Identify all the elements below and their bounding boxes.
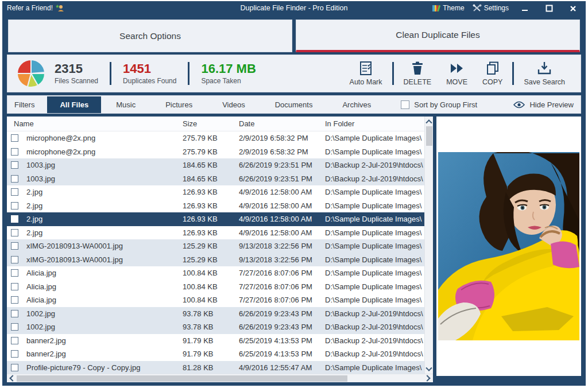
checkbox-icon[interactable]	[11, 175, 18, 183]
row-checkbox[interactable]	[7, 269, 26, 277]
row-checkbox[interactable]	[7, 202, 26, 209]
stat-files-scanned: 2315 Files Scanned	[55, 62, 98, 85]
checkbox-icon[interactable]	[11, 148, 18, 156]
table-row[interactable]: 1003.jpg 184.65 KB 6/26/2019 9:23:51 PM …	[7, 172, 424, 186]
filter-tab-music[interactable]: Music	[101, 96, 150, 113]
move-button[interactable]: MOVE	[446, 61, 467, 86]
delete-button[interactable]: DELETE	[404, 61, 432, 86]
horizontal-scroll-thumb[interactable]	[17, 375, 347, 382]
tab-search-options[interactable]: Search Options	[8, 20, 292, 52]
table-row[interactable]: 2.jpg 126.93 KB 4/9/2016 12:58:00 AM D:\…	[7, 226, 424, 240]
minimize-button[interactable]	[517, 1, 533, 15]
checkbox-icon[interactable]	[11, 242, 18, 250]
table-row[interactable]: 2.jpg 126.93 KB 4/9/2016 12:58:00 AM D:\…	[7, 199, 424, 213]
checkbox-icon[interactable]	[11, 364, 18, 371]
table-row[interactable]: banner2.jpg 91.79 KB 6/25/2019 4:13:53 P…	[7, 334, 424, 348]
scroll-right-button[interactable]	[424, 374, 433, 383]
row-checkbox[interactable]	[7, 148, 26, 156]
table-row[interactable]: Alicia.jpg 100.84 KB 7/27/2016 8:07:06 P…	[7, 293, 424, 307]
row-checkbox[interactable]	[7, 175, 26, 183]
checkbox-icon[interactable]	[11, 269, 18, 277]
eye-icon	[513, 101, 525, 108]
row-checkbox[interactable]	[7, 350, 26, 358]
scroll-up-button[interactable]	[425, 117, 434, 125]
checkbox-icon[interactable]	[11, 229, 18, 236]
row-checkbox[interactable]	[7, 242, 26, 250]
row-checkbox[interactable]	[7, 229, 26, 236]
hide-preview-button[interactable]: Hide Preview	[513, 100, 574, 109]
checkbox-icon[interactable]	[11, 202, 18, 209]
close-button[interactable]	[565, 1, 581, 15]
vertical-scrollbar[interactable]	[424, 117, 433, 374]
table-row[interactable]: 2.jpg 126.93 KB 4/9/2016 12:58:00 AM D:\…	[7, 212, 424, 226]
table-row[interactable]: 1003.jpg 184.65 KB 6/26/2019 9:23:51 PM …	[7, 158, 424, 172]
row-checkbox[interactable]	[7, 215, 26, 223]
row-checkbox[interactable]	[7, 364, 26, 371]
row-checkbox[interactable]	[7, 188, 26, 196]
table-row[interactable]: 1002.jpg 93.78 KB 6/26/2019 9:23:43 PM D…	[7, 307, 424, 321]
column-header-date[interactable]: Date	[239, 119, 325, 128]
checkbox-icon[interactable]	[11, 188, 18, 196]
row-checkbox[interactable]	[7, 296, 26, 304]
filter-tab-archives[interactable]: Archives	[327, 96, 386, 113]
copy-button[interactable]: COPY	[482, 61, 502, 86]
row-checkbox[interactable]	[7, 337, 26, 344]
table-row[interactable]: 2.jpg 126.93 KB 4/9/2016 12:58:00 AM D:\…	[7, 185, 424, 199]
save-search-button[interactable]: Save Search	[524, 61, 565, 86]
table-row[interactable]: microphone@2x.png 275.79 KB 2/9/2019 6:5…	[7, 145, 424, 159]
auto-mark-button[interactable]: Auto Mark	[350, 61, 382, 86]
checkbox-icon[interactable]	[11, 134, 18, 142]
table-row[interactable]: banner2.jpg 91.79 KB 6/25/2019 4:13:53 P…	[7, 347, 424, 361]
checkbox-icon[interactable]	[11, 161, 18, 169]
space-taken-value: 16.17 MB	[201, 62, 256, 76]
table-row[interactable]: Alicia.jpg 100.84 KB 7/27/2016 8:07:06 P…	[7, 266, 424, 280]
table-row[interactable]: Alicia.jpg 100.84 KB 7/27/2016 8:07:06 P…	[7, 280, 424, 294]
cell-file-name: 1002.jpg	[26, 323, 183, 331]
horizontal-scrollbar[interactable]	[7, 374, 433, 382]
column-header-size[interactable]: Size	[183, 119, 239, 128]
cell-file-size: 93.78 KB	[183, 323, 239, 331]
checkbox-icon[interactable]	[11, 256, 18, 263]
row-checkbox[interactable]	[7, 323, 26, 331]
column-header-name[interactable]: Name	[7, 119, 183, 128]
cell-file-folder: D:\Sample Duplicate Images\	[325, 134, 424, 142]
filter-tab-pictures[interactable]: Pictures	[150, 96, 207, 113]
row-checkbox[interactable]	[7, 161, 26, 169]
sort-by-group-first-checkbox[interactable]: Sort by Group First	[401, 100, 477, 109]
checkbox-icon[interactable]	[11, 350, 18, 358]
vertical-scroll-thumb[interactable]	[426, 126, 432, 146]
table-row[interactable]: 1002.jpg 93.78 KB 6/26/2019 9:23:43 PM D…	[7, 320, 424, 334]
cell-file-name: 2.jpg	[26, 228, 183, 237]
scroll-down-button[interactable]	[425, 365, 434, 374]
table-row[interactable]: xIMG-20180913-WA0001.jpg 125.29 KB 9/13/…	[7, 253, 424, 267]
checkbox-icon[interactable]	[11, 215, 18, 223]
filter-tab-all-files[interactable]: All Files	[47, 96, 101, 113]
filter-tab-videos[interactable]: Videos	[207, 96, 260, 113]
checkbox-icon[interactable]	[11, 296, 18, 304]
filter-music-label: Music	[116, 100, 136, 109]
checkbox-icon[interactable]	[11, 323, 18, 331]
row-checkbox[interactable]	[7, 256, 26, 263]
theme-button[interactable]: Theme	[432, 4, 464, 13]
table-row[interactable]: microphone@2x.png 275.79 KB 2/9/2019 6:5…	[7, 131, 424, 145]
checkbox-icon[interactable]	[11, 337, 18, 344]
file-table-body: microphone@2x.png 275.79 KB 2/9/2019 6:5…	[7, 131, 433, 374]
table-row[interactable]: xIMG-20180913-WA0001.jpg 125.29 KB 9/13/…	[7, 239, 424, 253]
row-checkbox[interactable]	[7, 283, 26, 290]
move-label: MOVE	[446, 78, 467, 86]
checkbox-icon[interactable]	[11, 310, 18, 317]
settings-button[interactable]: Settings	[473, 4, 509, 12]
row-checkbox[interactable]	[7, 134, 26, 142]
cell-file-folder: D:\Sample Duplicate Images\	[325, 188, 424, 196]
column-header-in-folder[interactable]: In Folder	[325, 119, 424, 128]
scroll-left-button[interactable]	[7, 374, 16, 383]
filter-tab-documents[interactable]: Documents	[260, 96, 328, 113]
space-taken-label: Space Taken	[201, 77, 256, 85]
checkbox-icon[interactable]	[11, 283, 18, 290]
checkbox-icon[interactable]	[401, 100, 409, 109]
tab-clean-duplicate-files[interactable]: Clean Duplicate Files	[296, 20, 580, 52]
row-checkbox[interactable]	[7, 310, 26, 317]
refer-a-friend-button[interactable]: Refer a Friend!	[7, 4, 65, 12]
table-row[interactable]: Profile-picture79 - Copy - Copy.jpg 81.2…	[7, 361, 424, 374]
maximize-button[interactable]	[541, 1, 557, 15]
